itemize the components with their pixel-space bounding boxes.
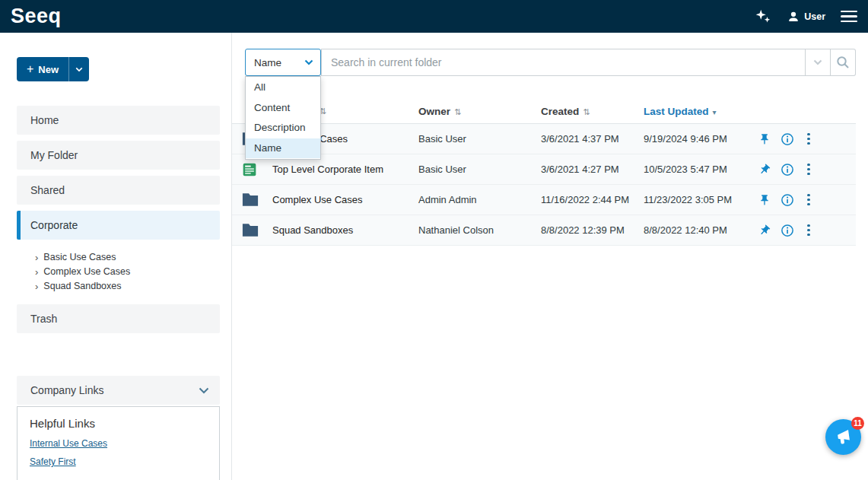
tree-item-complex-use-cases[interactable]: › Complex Use Cases [35,265,220,279]
header-created[interactable]: Created⇅ [541,106,644,117]
seeq-logo[interactable]: Seeq [11,5,62,28]
info-button[interactable] [781,163,794,176]
notification-badge: 11 [851,417,864,430]
item-name[interactable]: Squad Sandboxes [272,224,353,236]
folder-icon [242,192,259,208]
company-links-header[interactable]: Company Links [17,376,220,405]
item-created: 8/8/2022 12:39 PM [541,224,644,236]
search-bar: Name [245,49,856,76]
chevron-down-icon [75,67,83,72]
sidebar-item-label: Home [30,114,59,126]
item-created: 3/6/2021 4:37 PM [541,133,644,145]
sidebar-item-label: My Folder [30,149,78,161]
search-submit-button[interactable] [831,49,856,76]
chevron-down-icon [813,59,822,65]
info-button[interactable] [781,193,794,207]
folder-items-table: Name⇅ Owner⇅ Created⇅ Last Updated▾ Basi… [232,99,856,246]
table-header-row: Name⇅ Owner⇅ Created⇅ Last Updated▾ [232,99,856,124]
sort-icon: ⇅ [454,107,461,116]
new-button-label: New [38,64,59,75]
folder-icon [242,223,259,238]
filter-select-value: Name [254,57,281,68]
item-last-updated: 11/23/2022 3:05 PM [644,194,748,205]
table-row[interactable]: Squad Sandboxes Nathaniel Colson 8/8/202… [232,215,856,246]
header-last-updated[interactable]: Last Updated▾ [644,106,748,117]
item-owner: Admin Admin [418,194,541,205]
item-last-updated: 9/19/2024 9:46 PM [644,133,748,145]
sidebar-item-label: Trash [30,313,57,325]
company-links-label: Company Links [30,384,104,396]
user-label: User [804,11,825,22]
sort-desc-icon: ▾ [713,108,717,116]
link-internal-use-cases[interactable]: Internal Use Cases [30,438,207,449]
link-safety-first[interactable]: Safety First [30,456,207,467]
table-row[interactable]: Basic Use Cases Basic User 3/6/2021 4:37… [232,124,856,154]
tree-item-squad-sandboxes[interactable]: › Squad Sandboxes [35,279,220,294]
chevron-right-icon[interactable]: › [35,267,38,277]
main-content: Name All Content Description Name Name⇅ … [232,33,868,480]
plus-icon: + [27,63,33,75]
item-last-updated: 10/5/2023 5:47 PM [644,164,748,175]
sidebar-item-shared[interactable]: Shared [17,176,220,205]
tree-item-label: Basic Use Cases [43,250,116,265]
megaphone-icon [834,428,853,447]
chevron-right-icon[interactable]: › [35,253,38,262]
sidebar-item-label: Shared [30,184,65,196]
pin-button[interactable] [758,194,771,206]
top-bar: Seeq User [0,0,868,33]
sidebar-item-my-folder[interactable]: My Folder [17,141,220,170]
item-owner: Nathaniel Colson [418,224,541,236]
pin-button[interactable] [758,133,771,145]
pin-button[interactable] [758,164,771,176]
table-row[interactable]: Top Level Corporate Item Basic User 3/6/… [232,154,856,185]
ai-sparkle-icon[interactable] [755,8,771,25]
kebab-menu-button[interactable] [804,162,813,177]
chevron-right-icon[interactable]: › [35,281,38,291]
user-menu[interactable]: User [787,10,825,24]
sidebar-item-home[interactable]: Home [17,106,220,135]
search-icon [836,56,850,69]
sidebar-item-trash[interactable]: Trash [17,304,220,333]
chevron-down-icon [304,59,313,65]
user-icon [787,10,800,24]
header-owner[interactable]: Owner⇅ [418,106,541,117]
search-options-button[interactable] [806,49,831,76]
item-created: 3/6/2021 4:27 PM [541,164,644,175]
dropdown-option-description[interactable]: Description [246,118,320,138]
dropdown-option-all[interactable]: All [246,78,320,98]
item-last-updated: 8/8/2022 12:40 PM [644,224,748,236]
new-button-caret[interactable] [68,57,89,81]
item-name[interactable]: Top Level Corporate Item [272,164,383,175]
sort-icon: ⇅ [583,107,590,116]
sidebar-item-label: Corporate [30,219,78,231]
dropdown-option-content[interactable]: Content [246,98,320,119]
search-input[interactable] [321,49,806,76]
filter-dropdown-menu: All Content Description Name [245,76,321,160]
item-created: 11/16/2022 2:44 PM [541,194,644,205]
tree-item-label: Complex Use Cases [43,265,130,279]
corporate-subtree: › Basic Use Cases › Complex Use Cases › … [17,246,220,304]
sidebar-item-corporate[interactable]: Corporate [17,211,220,240]
table-row[interactable]: Complex Use Cases Admin Admin 11/16/2022… [232,185,856,215]
helpful-links-box: Helpful Links Internal Use Cases Safety … [17,406,220,480]
kebab-menu-button[interactable] [804,132,813,147]
dropdown-option-name[interactable]: Name [246,138,320,159]
item-name[interactable]: Complex Use Cases [272,194,363,205]
hamburger-menu-icon[interactable] [841,11,857,23]
info-button[interactable] [781,132,794,146]
announcements-fab[interactable]: 11 [825,419,861,455]
item-owner: Basic User [418,133,541,145]
sidebar-nav: Home My Folder Shared Corporate › Basic … [17,106,220,480]
item-owner: Basic User [418,164,541,175]
search-filter-select[interactable]: Name [245,49,321,76]
kebab-menu-button[interactable] [804,192,813,208]
pin-button[interactable] [758,224,771,237]
tree-item-basic-use-cases[interactable]: › Basic Use Cases [35,250,220,265]
chevron-down-icon [199,387,209,394]
info-button[interactable] [781,224,794,237]
new-button[interactable]: + New [17,57,89,81]
kebab-menu-button[interactable] [804,223,813,238]
topic-document-icon [242,162,259,177]
tree-item-label: Squad Sandboxes [43,279,121,294]
sidebar: + New Home My Folder Shared Corporate › … [0,33,232,480]
